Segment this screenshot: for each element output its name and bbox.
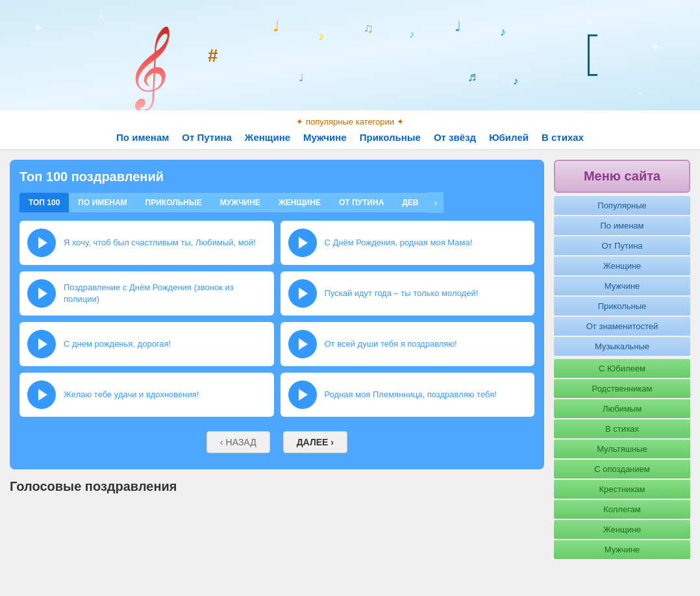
- song-card-2: С Днём Рождения, родная моя Мама!: [281, 221, 535, 265]
- sidebar-item-cartoon[interactable]: Мультяшные: [554, 440, 690, 458]
- tab-by-names[interactable]: ПО ИМЕНАМ: [69, 193, 136, 212]
- play-button-5[interactable]: [27, 330, 56, 358]
- svg-text:♪: ♪: [500, 25, 506, 38]
- play-button-3[interactable]: [27, 279, 56, 308]
- nav-bar: ✦ популярные категории ✦ По именам От Пу…: [0, 110, 700, 150]
- sidebar-menu-title: Меню сайта: [554, 160, 690, 193]
- tabs-row: ТОП 100 ПО ИМЕНАМ ПРИКОЛЬНЫЕ МУЖЧИНЕ ЖЕН…: [19, 192, 534, 213]
- top100-box: Топ 100 поздравлений ТОП 100 ПО ИМЕНАМ П…: [10, 160, 544, 469]
- voice-section: Голосовые поздравления: [10, 479, 544, 494]
- tab-women[interactable]: ЖЕНЩИНЕ: [269, 193, 330, 212]
- svg-text:𝄞: 𝄞: [123, 26, 169, 110]
- popular-categories-label: ✦ популярные категории ✦: [13, 117, 687, 127]
- site-header: ✦ ✦ ✦ ✦ ✦ ✦ 𝄞 # ♩: [0, 0, 700, 110]
- song-title-1[interactable]: Я хочу, чтоб был счастливым ты, Любимый,…: [64, 237, 256, 249]
- sidebar-green-items: С Юбилеем Родственникам Любимым В стихах…: [554, 359, 690, 559]
- top100-title: Топ 100 поздравлений: [19, 169, 534, 184]
- play-icon-6: [299, 338, 308, 350]
- sidebar-item-women[interactable]: Женщине: [554, 256, 690, 275]
- svg-rect-24: [588, 34, 597, 36]
- sidebar-item-men-green[interactable]: Мужчине: [554, 540, 690, 559]
- nav-link-by-names[interactable]: По именам: [116, 132, 169, 143]
- play-icon-1: [38, 237, 47, 249]
- nav-link-poems[interactable]: В стихах: [542, 132, 584, 143]
- nav-link-jubilee[interactable]: Юбилей: [489, 132, 529, 143]
- nav-link-women[interactable]: Женщине: [245, 132, 290, 143]
- svg-text:✦: ✦: [52, 84, 58, 93]
- svg-text:♬: ♬: [468, 69, 477, 84]
- svg-text:✦: ✦: [32, 21, 44, 35]
- play-icon-4: [299, 288, 308, 299]
- play-button-2[interactable]: [288, 229, 317, 257]
- sidebar-item-celebrities[interactable]: От знаменитостей: [554, 317, 690, 336]
- sidebar-item-popular[interactable]: Популярные: [554, 196, 690, 215]
- tabs-next-arrow[interactable]: ›: [428, 192, 444, 213]
- sidebar-item-relatives[interactable]: Родственникам: [554, 379, 690, 398]
- nav-link-men[interactable]: Мужчине: [303, 132, 347, 143]
- song-title-8[interactable]: Родная моя Племянница, поздравляю тебя!: [325, 389, 497, 401]
- play-icon-2: [299, 237, 308, 249]
- svg-text:✦: ✦: [97, 10, 106, 21]
- svg-text:♩: ♩: [299, 72, 304, 83]
- song-title-2[interactable]: С Днём Рождения, родная моя Мама!: [325, 237, 473, 249]
- song-card-7: Желаю тебе удачи и вдохновения!: [19, 373, 274, 417]
- song-title-6[interactable]: От всей души тебя я поздравляю!: [325, 338, 457, 350]
- play-button-8[interactable]: [288, 380, 317, 409]
- svg-text:♪: ♪: [318, 30, 324, 43]
- svg-text:✦: ✦: [584, 16, 594, 29]
- sidebar-item-women-green[interactable]: Женщине: [554, 520, 690, 539]
- nav-link-stars[interactable]: От звёзд: [434, 132, 476, 143]
- header-music-decoration: ✦ ✦ ✦ ✦ ✦ ✦ 𝄞 # ♩: [0, 0, 700, 110]
- tab-top100[interactable]: ТОП 100: [19, 193, 69, 212]
- tab-dev[interactable]: ДЕВ: [393, 193, 427, 212]
- sidebar-item-by-names[interactable]: По именам: [554, 216, 690, 235]
- play-button-4[interactable]: [288, 279, 317, 308]
- song-card-3: Поздравление с Днём Рождения (звонок из …: [19, 271, 274, 316]
- sidebar-blue-items: Популярные По именам От Путина Женщине М…: [554, 196, 690, 356]
- song-title-7[interactable]: Желаю тебе удачи и вдохновения!: [64, 389, 199, 401]
- tab-putin[interactable]: ОТ ПУТИНА: [330, 193, 393, 212]
- tab-men[interactable]: МУЖЧИНЕ: [211, 193, 269, 212]
- sidebar-item-poems[interactable]: В стихах: [554, 419, 690, 438]
- sidebar-item-men[interactable]: Мужчине: [554, 277, 690, 295]
- play-icon-3: [38, 288, 47, 299]
- main-container: Топ 100 поздравлений ТОП 100 ПО ИМЕНАМ П…: [0, 150, 700, 569]
- pagination: ‹ НАЗАД ДАЛЕЕ ›: [19, 425, 534, 460]
- sidebar-item-jubilee[interactable]: С Юбилеем: [554, 359, 690, 378]
- song-card-8: Родная моя Племянница, поздравляю тебя!: [281, 373, 535, 417]
- song-title-3[interactable]: Поздравление с Днём Рождения (звонок из …: [64, 282, 266, 305]
- sidebar-item-putin[interactable]: От Путина: [554, 236, 690, 255]
- play-button-7[interactable]: [27, 380, 56, 409]
- next-button[interactable]: ДАЛЕЕ ›: [283, 431, 347, 453]
- sidebar-item-musical[interactable]: Музыкальные: [554, 337, 690, 356]
- svg-text:♩: ♩: [455, 18, 461, 34]
- song-title-5[interactable]: С днем рожденья, дорогая!: [64, 338, 171, 350]
- songs-grid: Я хочу, чтоб был счастливым ты, Любимый,…: [19, 221, 534, 417]
- play-button-1[interactable]: [27, 229, 56, 257]
- tab-funny[interactable]: ПРИКОЛЬНЫЕ: [136, 193, 211, 212]
- nav-link-putin[interactable]: От Путина: [182, 132, 231, 143]
- nav-link-funny[interactable]: Прикольные: [360, 132, 421, 143]
- svg-text:✦: ✦: [649, 39, 661, 55]
- svg-text:♪: ♪: [409, 29, 414, 40]
- svg-text:#: #: [208, 45, 218, 66]
- sidebar-item-beloved[interactable]: Любимым: [554, 399, 690, 418]
- play-icon-7: [38, 389, 47, 401]
- sidebar-item-godchildren[interactable]: Крестникам: [554, 480, 690, 499]
- svg-rect-25: [588, 74, 597, 76]
- play-button-6[interactable]: [288, 330, 317, 358]
- sidebar-item-late[interactable]: С опозданием: [554, 460, 690, 478]
- svg-text:✦: ✦: [636, 88, 645, 99]
- sidebar-item-colleagues[interactable]: Коллегам: [554, 500, 690, 519]
- svg-rect-23: [588, 34, 590, 76]
- nav-links: По именам От Путина Женщине Мужчине Прик…: [13, 132, 687, 143]
- svg-text:♫: ♫: [364, 21, 373, 35]
- voice-title: Голосовые поздравления: [10, 479, 544, 494]
- song-title-4[interactable]: Пускай идут года – ты только молодей!: [325, 288, 479, 299]
- play-icon-5: [38, 338, 47, 350]
- sidebar-item-funny[interactable]: Прикольные: [554, 297, 690, 316]
- svg-text:♪: ♪: [513, 75, 518, 86]
- content-area: Топ 100 поздравлений ТОП 100 ПО ИМЕНАМ П…: [10, 160, 544, 559]
- sidebar: Меню сайта Популярные По именам От Путин…: [554, 160, 690, 559]
- prev-button[interactable]: ‹ НАЗАД: [206, 431, 270, 453]
